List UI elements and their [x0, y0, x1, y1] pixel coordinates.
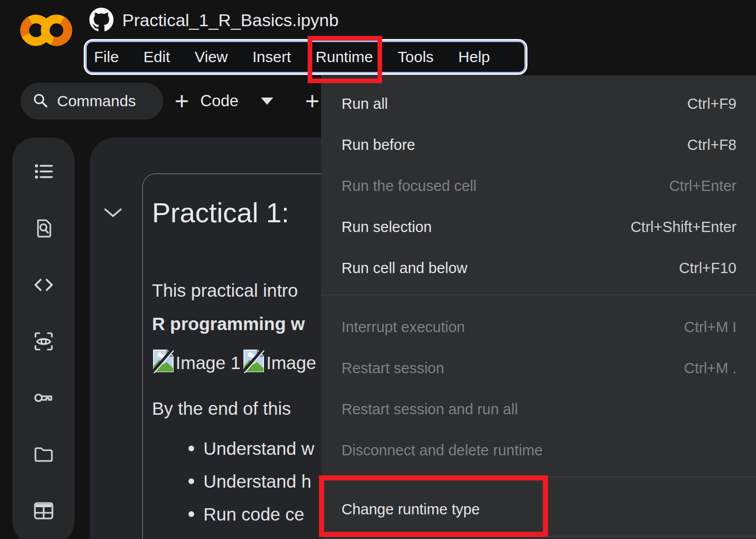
commands-button[interactable]: Commands [21, 83, 163, 120]
objective-item: Understand h [143, 471, 314, 504]
menu-item-restart-session: Restart sessionCtrl+M . [321, 348, 756, 389]
table-of-contents-icon [32, 161, 55, 183]
menu-divider [321, 477, 756, 477]
sidebar-item-inspector[interactable] [32, 330, 55, 353]
cell-heading: Practical 1: [152, 197, 289, 228]
search-icon [32, 92, 49, 110]
table-icon [32, 499, 55, 522]
add-text-button[interactable]: + [305, 84, 319, 119]
broken-images-row: Image 1 Image [152, 349, 316, 373]
sidebar-item-find[interactable] [32, 217, 55, 240]
menu-item-run-all[interactable]: Run allCtrl+F9 [321, 83, 756, 124]
code-snippets-icon [32, 274, 55, 296]
broken-image-icon [242, 349, 265, 373]
menu-item-shortcut: Ctrl+F10 [679, 260, 736, 277]
menu-item-run-the-focused-cell: Run the focused cellCtrl+Enter [321, 165, 756, 206]
cell-paragraph: This practical intro [152, 280, 298, 301]
colab-app: Practical_1_R_Basics.ipynb FileEditViewI… [0, 0, 756, 539]
menu-item-label: Run before [342, 137, 415, 153]
sidebar-item-files[interactable] [32, 443, 55, 466]
objective-item: Understand w [143, 438, 314, 471]
sidebar-item-table[interactable] [32, 499, 55, 522]
runtime-menu: Run allCtrl+F9Run beforeCtrl+F8Run the f… [321, 75, 756, 539]
broken-image-placeholder: Image [242, 349, 316, 373]
section-collapse-chevron[interactable] [104, 206, 122, 220]
menubar-item-view[interactable]: View [195, 48, 228, 66]
menu-divider [321, 536, 756, 536]
menu-item-change-runtime-type[interactable]: Change runtime type [321, 489, 756, 530]
cell-paragraph: By the end of this [152, 398, 291, 419]
menu-item-label: Run cell and below [342, 260, 467, 277]
github-icon [89, 8, 114, 32]
menubar: FileEditViewInsertRuntimeToolsHelp [84, 39, 527, 75]
sidebar-item-code-snippets[interactable] [32, 274, 55, 296]
broken-image-label: Image 1 [176, 353, 240, 373]
add-code-button[interactable]: + Code [175, 84, 273, 119]
objective-item: Run code ce [143, 504, 314, 537]
menu-item-shortcut: Ctrl+F9 [687, 95, 736, 112]
sidebar-item-toc[interactable] [32, 161, 55, 183]
menu-item-shortcut: Ctrl+Enter [669, 178, 736, 195]
sidebar [12, 138, 74, 539]
menubar-item-file[interactable]: File [94, 48, 119, 66]
menu-item-label: Run selection [342, 219, 432, 236]
menu-item-label: Restart session and run all [342, 401, 518, 418]
menu-item-run-cell-and-below[interactable]: Run cell and belowCtrl+F10 [321, 247, 756, 288]
key-icon [32, 387, 55, 409]
add-code-label: Code [200, 92, 238, 110]
colab-logo[interactable] [20, 9, 73, 51]
menu-item-restart-session-and-run-all: Restart session and run all [321, 389, 756, 430]
menu-item-shortcut: Ctrl+M . [684, 360, 736, 377]
objectives-list: Understand wUnderstand hRun code ce [143, 438, 314, 537]
menubar-item-insert[interactable]: Insert [253, 48, 291, 66]
folder-icon [32, 443, 55, 466]
menu-item-label: Run all [342, 95, 388, 112]
chevron-down-icon[interactable] [261, 98, 273, 105]
menubar-item-edit[interactable]: Edit [143, 48, 170, 66]
eye-scan-icon [32, 330, 55, 353]
broken-image-icon [152, 349, 175, 373]
menu-item-shortcut: Ctrl+Shift+Enter [631, 219, 736, 236]
menubar-item-runtime[interactable]: Runtime [316, 48, 373, 66]
menu-item-label: Interrupt execution [342, 319, 465, 336]
menu-item-shortcut: Ctrl+M I [684, 319, 736, 336]
sidebar-item-secrets[interactable] [32, 387, 55, 409]
broken-image-label: Image [266, 353, 316, 373]
menu-item-disconnect-and-delete-runtime: Disconnect and delete runtime [321, 430, 756, 471]
commands-label: Commands [57, 92, 136, 110]
menubar-item-tools[interactable]: Tools [398, 48, 433, 66]
menu-item-label: Change runtime type [342, 501, 480, 518]
broken-image-placeholder: Image 1 [152, 349, 240, 373]
menu-item-label: Disconnect and delete runtime [342, 442, 543, 459]
cell-paragraph-bold: R programming w [152, 314, 305, 334]
plus-icon: + [175, 85, 189, 118]
menu-item-interrupt-execution: Interrupt executionCtrl+M I [321, 306, 756, 348]
document-search-icon [32, 217, 55, 240]
menubar-item-help[interactable]: Help [458, 48, 490, 66]
menu-item-label: Restart session [342, 360, 444, 377]
menu-item-shortcut: Ctrl+F8 [687, 137, 736, 153]
menu-item-label: Run the focused cell [342, 178, 477, 195]
plus-icon: + [305, 85, 319, 118]
menu-divider [321, 295, 756, 295]
menu-item-run-before[interactable]: Run beforeCtrl+F8 [321, 124, 756, 165]
menu-item-run-selection[interactable]: Run selectionCtrl+Shift+Enter [321, 206, 756, 247]
notebook-title[interactable]: Practical_1_R_Basics.ipynb [122, 10, 338, 30]
